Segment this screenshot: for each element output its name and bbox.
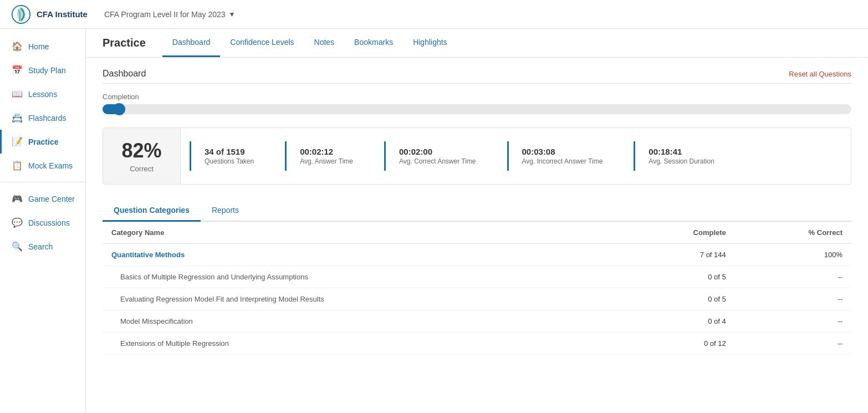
sidebar-label-discussions: Discussions bbox=[28, 218, 70, 227]
main-layout: 🏠 Home 📅 Study Plan 📖 Lessons 📇 Flashcar… bbox=[0, 29, 868, 413]
sidebar-item-lessons[interactable]: 📖 Lessons bbox=[0, 82, 85, 106]
practice-icon: 📝 bbox=[12, 136, 23, 147]
sidebar-item-search[interactable]: 🔍 Search bbox=[0, 234, 85, 258]
subcategory-name: Evaluating Regression Model Fit and Inte… bbox=[103, 288, 621, 310]
sidebar-item-practice[interactable]: 📝 Practice bbox=[0, 130, 85, 154]
progress-bar-fill bbox=[103, 104, 119, 114]
game-center-icon: 🎮 bbox=[12, 193, 23, 204]
sidebar-divider bbox=[0, 182, 85, 182]
stat-questions-taken: 34 of 1519 Questions Taken bbox=[190, 141, 267, 171]
stat-label-avg-correct: Avg. Correct Answer Time bbox=[399, 157, 476, 165]
stat-label-questions: Questions Taken bbox=[205, 157, 254, 165]
cat-tab-reports[interactable]: Reports bbox=[201, 200, 250, 222]
category-name: Quantitative Methods bbox=[103, 244, 621, 266]
dashboard-section: Dashboard Reset all Questions Completion… bbox=[86, 58, 868, 366]
big-stat-label: Correct bbox=[120, 165, 164, 173]
table-row: Extensions of Multiple Regression 0 of 1… bbox=[103, 333, 851, 355]
progress-circle bbox=[113, 103, 125, 115]
big-stat-correct: 82% Correct bbox=[103, 128, 181, 184]
stat-value-avg-correct: 00:02:00 bbox=[399, 147, 476, 156]
home-icon: 🏠 bbox=[12, 41, 23, 52]
completion-label: Completion bbox=[103, 93, 851, 101]
big-stat-value: 82% bbox=[120, 139, 164, 162]
lessons-icon: 📖 bbox=[12, 89, 23, 99]
stat-items: 34 of 1519 Questions Taken 00:02:12 Avg.… bbox=[181, 132, 851, 180]
subcategory-name: Basics of Multiple Regression and Underl… bbox=[103, 266, 621, 288]
subcategory-correct: -- bbox=[735, 333, 851, 355]
chevron-down-icon: ▼ bbox=[229, 11, 236, 18]
subcategory-correct: -- bbox=[735, 266, 851, 288]
stat-value-avg-incorrect: 00:03:08 bbox=[522, 147, 603, 156]
sidebar-item-home[interactable]: 🏠 Home bbox=[0, 34, 85, 58]
col-header-category: Category Name bbox=[103, 222, 621, 244]
subcategory-complete: 0 of 12 bbox=[621, 333, 735, 355]
tab-confidence-levels[interactable]: Confidence Levels bbox=[220, 29, 304, 57]
sidebar-item-discussions[interactable]: 💬 Discussions bbox=[0, 211, 85, 234]
sidebar-label-search: Search bbox=[28, 242, 53, 251]
tab-highlights[interactable]: Highlights bbox=[403, 29, 457, 57]
stats-section: 82% Correct 34 of 1519 Questions Taken 0… bbox=[103, 128, 851, 185]
stat-avg-correct-time: 00:02:00 Avg. Correct Answer Time bbox=[384, 141, 489, 171]
subcategory-complete: 0 of 4 bbox=[621, 310, 735, 333]
mock-exams-icon: 📋 bbox=[12, 160, 23, 171]
category-tabs: Question Categories Reports bbox=[103, 200, 851, 222]
subcategory-correct: -- bbox=[735, 288, 851, 310]
cat-tab-question-categories[interactable]: Question Categories bbox=[103, 200, 201, 222]
sidebar-item-mock-exams[interactable]: 📋 Mock Exams bbox=[0, 154, 85, 177]
col-header-complete: Complete bbox=[621, 222, 735, 244]
stat-value-questions: 34 of 1519 bbox=[205, 147, 254, 156]
subcategory-correct: -- bbox=[735, 310, 851, 333]
cfa-logo-icon bbox=[11, 4, 31, 24]
stat-value-session: 00:18:41 bbox=[649, 147, 714, 156]
subcategory-name: Extensions of Multiple Regression bbox=[103, 333, 621, 355]
completion-section: Completion bbox=[103, 93, 851, 114]
sidebar-item-game-center[interactable]: 🎮 Game Center bbox=[0, 187, 85, 211]
stat-avg-answer-time: 00:02:12 Avg. Answer Time bbox=[285, 141, 366, 171]
stat-label-avg-answer: Avg. Answer Time bbox=[300, 157, 353, 165]
sidebar-label-study-plan: Study Plan bbox=[28, 66, 66, 75]
category-name-text: Quantitative Methods bbox=[111, 251, 185, 259]
table-row: Evaluating Regression Model Fit and Inte… bbox=[103, 288, 851, 310]
table-row: Quantitative Methods 7 of 144 100% bbox=[103, 244, 851, 266]
table-row: Basics of Multiple Regression and Underl… bbox=[103, 266, 851, 288]
study-plan-icon: 📅 bbox=[12, 65, 23, 75]
progress-bar-container bbox=[103, 104, 851, 114]
sidebar-label-game-center: Game Center bbox=[28, 195, 75, 203]
discussions-icon: 💬 bbox=[12, 217, 23, 228]
sidebar-item-study-plan[interactable]: 📅 Study Plan bbox=[0, 58, 85, 82]
categories-table: Category Name Complete % Correct Quantit… bbox=[103, 222, 851, 355]
sidebar: 🏠 Home 📅 Study Plan 📖 Lessons 📇 Flashcar… bbox=[0, 29, 86, 413]
sidebar-label-mock-exams: Mock Exams bbox=[28, 161, 73, 170]
tab-nav: Dashboard Confidence Levels Notes Bookma… bbox=[162, 29, 457, 57]
table-header-row: Category Name Complete % Correct bbox=[103, 222, 851, 244]
tab-dashboard[interactable]: Dashboard bbox=[162, 29, 221, 57]
program-label: CFA Program Level II for May 2023 bbox=[104, 10, 226, 19]
stat-avg-session-duration: 00:18:41 Avg. Session Duration bbox=[634, 141, 728, 171]
top-header: CFA Institute CFA Program Level II for M… bbox=[0, 0, 868, 29]
category-complete: 7 of 144 bbox=[621, 244, 735, 266]
search-icon: 🔍 bbox=[12, 241, 23, 252]
tab-notes[interactable]: Notes bbox=[304, 29, 345, 57]
tab-bookmarks[interactable]: Bookmarks bbox=[344, 29, 403, 57]
subcategory-name: Model Misspecification bbox=[103, 310, 621, 333]
reset-all-questions-link[interactable]: Reset all Questions bbox=[789, 70, 851, 78]
content-area: Practice Dashboard Confidence Levels Not… bbox=[86, 29, 868, 413]
sidebar-label-flashcards: Flashcards bbox=[28, 114, 66, 123]
sidebar-label-home: Home bbox=[28, 42, 49, 51]
logo-text: CFA Institute bbox=[37, 9, 88, 19]
logo-area: CFA Institute bbox=[11, 4, 88, 24]
sidebar-label-practice: Practice bbox=[28, 137, 58, 146]
sidebar-label-lessons: Lessons bbox=[28, 90, 57, 99]
practice-header: Practice Dashboard Confidence Levels Not… bbox=[86, 29, 868, 58]
stat-label-avg-incorrect: Avg. Incorrect Answer Time bbox=[522, 157, 603, 165]
program-selector[interactable]: CFA Program Level II for May 2023 ▼ bbox=[104, 10, 236, 19]
dashboard-title-row: Dashboard Reset all Questions bbox=[103, 69, 851, 84]
dashboard-title: Dashboard bbox=[103, 69, 146, 79]
practice-title: Practice bbox=[103, 37, 146, 49]
stat-avg-incorrect-time: 00:03:08 Avg. Incorrect Answer Time bbox=[507, 141, 616, 171]
subcategory-complete: 0 of 5 bbox=[621, 288, 735, 310]
subcategory-complete: 0 of 5 bbox=[621, 266, 735, 288]
stat-label-session: Avg. Session Duration bbox=[649, 157, 714, 165]
stat-value-avg-answer: 00:02:12 bbox=[300, 147, 353, 156]
sidebar-item-flashcards[interactable]: 📇 Flashcards bbox=[0, 106, 85, 130]
